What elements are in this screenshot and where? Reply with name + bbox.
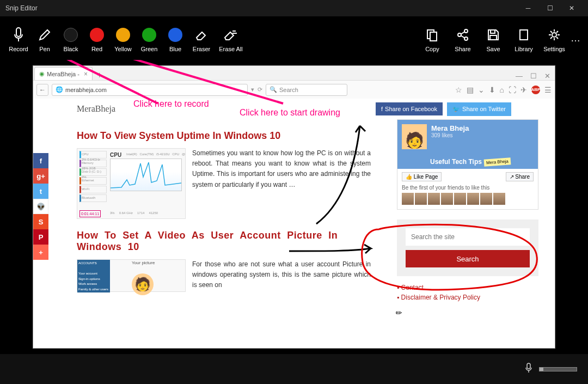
contact-link[interactable]: Contact bbox=[397, 284, 538, 291]
title-bar: Snip Editor ─ ☐ ✕ bbox=[0, 0, 588, 16]
footer-links: Contact Disclaimer & Privacy Policy bbox=[397, 284, 538, 301]
sidebar-column: 🧑 Mera Bheja 309 likes Useful Tech Tips … bbox=[397, 119, 538, 303]
site-search-input[interactable] bbox=[406, 228, 530, 246]
copy-icon bbox=[425, 24, 439, 46]
svg-rect-10 bbox=[490, 35, 497, 40]
article-excerpt: For those who are not sure what a user a… bbox=[192, 259, 371, 292]
svg-line-7 bbox=[461, 32, 465, 34]
black-color-dot bbox=[64, 28, 78, 42]
svg-rect-0 bbox=[16, 28, 21, 36]
save-button[interactable]: Save bbox=[478, 19, 509, 57]
record-button[interactable]: Record bbox=[5, 19, 32, 57]
close-button[interactable]: ✕ bbox=[561, 0, 583, 16]
yellow-color-dot bbox=[116, 28, 130, 42]
facebook-widget: 🧑 Mera Bheja 309 likes Useful Tech Tips … bbox=[397, 119, 538, 210]
svg-rect-11 bbox=[520, 30, 528, 40]
svg-rect-9 bbox=[491, 30, 495, 33]
erase-all-icon bbox=[223, 24, 239, 46]
settings-button[interactable]: Settings bbox=[539, 19, 569, 57]
window-title: Snip Editor bbox=[5, 4, 38, 12]
color-green-button[interactable]: Green bbox=[136, 19, 162, 57]
canvas-area[interactable]: ◉ MeraBheja - × + — ☐ ✕ ← 🌐 merabheja.co… bbox=[0, 60, 588, 354]
edit-pencil-icon: ✎ bbox=[394, 307, 405, 318]
pocket-icon[interactable]: ⌄ bbox=[478, 86, 485, 94]
site-search-button[interactable]: Search bbox=[406, 250, 530, 267]
pinterest-share-icon[interactable]: P bbox=[33, 229, 48, 245]
browser-tab[interactable]: ◉ MeraBheja - × bbox=[34, 67, 93, 80]
reddit-share-icon[interactable]: 👽 bbox=[33, 199, 48, 214]
library-icon bbox=[517, 24, 531, 46]
toolbar: Record Pen Black Red Yellow Green Blue E… bbox=[0, 16, 588, 60]
twitter-share-icon[interactable]: t bbox=[33, 184, 48, 199]
back-button[interactable]: ← bbox=[36, 84, 48, 96]
minimize-button[interactable]: ─ bbox=[517, 0, 539, 16]
svg-rect-3 bbox=[430, 32, 437, 41]
share-twitter-button[interactable]: 🐦Share on Twitter bbox=[447, 102, 511, 116]
status-bar bbox=[0, 354, 588, 384]
search-icon: 🔍 bbox=[270, 86, 277, 93]
status-microphone-icon[interactable] bbox=[525, 363, 532, 376]
svg-rect-15 bbox=[527, 363, 530, 369]
gear-icon bbox=[547, 24, 561, 46]
article-thumbnail: ACCOUNTSYour accountSign-in optionsWork … bbox=[77, 259, 186, 292]
fb-friends-row bbox=[402, 193, 534, 205]
eraser-button[interactable]: Eraser bbox=[188, 19, 215, 57]
browser-min-icon[interactable]: — bbox=[516, 72, 523, 80]
fb-page-name[interactable]: Mera Bheja bbox=[431, 124, 469, 132]
pen-button[interactable]: Pen bbox=[32, 19, 58, 57]
social-sidebar: f g+ t 👽 S P + bbox=[33, 153, 48, 260]
url-bar[interactable]: 🌐 merabheja.com bbox=[52, 84, 248, 96]
home-icon[interactable]: ⌂ bbox=[500, 86, 504, 94]
adblock-icon[interactable]: ABP bbox=[531, 86, 540, 94]
browser-max-icon[interactable]: ☐ bbox=[530, 72, 537, 80]
menu-icon[interactable]: ☰ bbox=[544, 86, 552, 94]
color-red-button[interactable]: Red bbox=[84, 19, 110, 57]
search-widget: Search bbox=[397, 220, 538, 276]
microphone-icon bbox=[13, 24, 24, 46]
eraser-icon bbox=[194, 24, 209, 46]
page-content: MeraBheja fShare on Facebook 🐦Share on T… bbox=[33, 99, 555, 349]
stumble-share-icon[interactable]: S bbox=[33, 214, 48, 229]
erase-all-button[interactable]: Erase All bbox=[215, 19, 247, 57]
fb-like-button[interactable]: 👍 Like Page bbox=[402, 172, 442, 181]
main-column: How To View System Uptime In Windows 10 … bbox=[77, 119, 371, 303]
color-black-button[interactable]: Black bbox=[58, 19, 84, 57]
svg-line-8 bbox=[461, 35, 465, 38]
tab-close-icon[interactable]: × bbox=[84, 70, 88, 78]
fb-share-button[interactable]: ↗ Share bbox=[506, 172, 534, 181]
article-excerpt: Sometimes you want to know how log the P… bbox=[192, 148, 371, 219]
library-button[interactable]: Library bbox=[509, 19, 539, 57]
new-tab-button[interactable]: + bbox=[93, 70, 106, 80]
download-icon[interactable]: ⬇ bbox=[489, 86, 495, 94]
share-facebook-button[interactable]: fShare on Facebook bbox=[376, 102, 443, 115]
send-icon[interactable]: ✈ bbox=[520, 86, 527, 94]
more-button[interactable]: … bbox=[569, 19, 583, 57]
facebook-share-icon[interactable]: f bbox=[33, 153, 48, 168]
gplus-share-icon[interactable]: g+ bbox=[33, 168, 48, 184]
green-color-dot bbox=[142, 28, 156, 42]
screenshot-content: ◉ MeraBheja - × + — ☐ ✕ ← 🌐 merabheja.co… bbox=[33, 65, 555, 349]
ellipsis-icon: … bbox=[571, 27, 581, 49]
color-blue-button[interactable]: Blue bbox=[162, 19, 188, 57]
list-icon[interactable]: ▤ bbox=[467, 86, 474, 94]
color-yellow-button[interactable]: Yellow bbox=[110, 19, 136, 57]
article-title[interactable]: How To View System Uptime In Windows 10 bbox=[77, 130, 371, 142]
fullscreen-icon[interactable]: ⛶ bbox=[509, 86, 516, 94]
fb-page-avatar: 🧑 bbox=[402, 124, 427, 149]
browser-search-box[interactable]: 🔍 Search bbox=[266, 84, 347, 96]
star-icon[interactable]: ☆ bbox=[455, 86, 462, 94]
svg-point-12 bbox=[552, 33, 556, 37]
share-button[interactable]: Share bbox=[448, 19, 478, 57]
save-icon bbox=[486, 24, 500, 46]
pen-icon bbox=[38, 24, 52, 46]
maximize-button[interactable]: ☐ bbox=[539, 0, 561, 16]
browser-close-icon[interactable]: ✕ bbox=[544, 72, 550, 80]
article-title[interactable]: How To Set A Video As User Account Pictu… bbox=[77, 230, 371, 253]
more-share-icon[interactable]: + bbox=[33, 245, 48, 260]
site-title: MeraBheja bbox=[77, 104, 115, 114]
share-icon bbox=[456, 24, 470, 46]
red-color-dot bbox=[90, 28, 104, 42]
volume-bar[interactable] bbox=[539, 367, 577, 371]
copy-button[interactable]: Copy bbox=[417, 19, 448, 57]
disclaimer-link[interactable]: Disclaimer & Privacy Policy bbox=[397, 294, 538, 301]
